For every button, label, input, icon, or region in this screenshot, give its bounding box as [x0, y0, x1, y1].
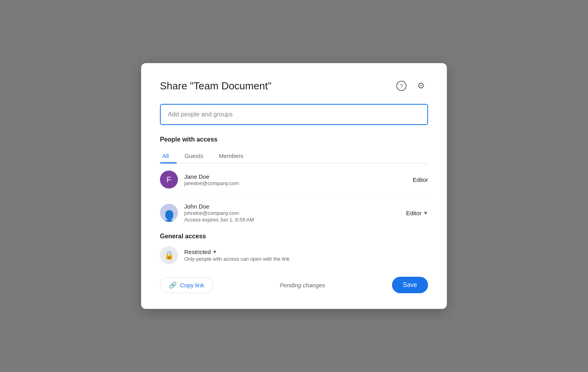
- tab-members[interactable]: Members: [211, 149, 251, 163]
- dialog-title: Share "Team Document": [160, 80, 271, 92]
- avatar: F: [160, 171, 178, 189]
- table-row: 👤 John Doe johndoe@company.com Access ex…: [160, 196, 428, 230]
- search-container: [160, 104, 428, 125]
- access-type-label: Restricted: [184, 249, 211, 255]
- person-info: John Doe johndoe@company.com Access expi…: [184, 203, 400, 223]
- role-label: Editor: [413, 176, 428, 183]
- chevron-down-icon: ▼: [423, 210, 428, 216]
- general-access-info: Restricted ▼ Only people with access can…: [184, 249, 428, 262]
- access-description: Only people with access can open with th…: [184, 256, 428, 262]
- general-access-section: General access 🔒 Restricted ▼ Only peopl…: [160, 233, 428, 264]
- header-icons: ? ⚙: [394, 79, 428, 93]
- access-type-dropdown[interactable]: Restricted ▼: [184, 249, 428, 255]
- general-access-row: 🔒 Restricted ▼ Only people with access c…: [160, 246, 428, 264]
- help-button[interactable]: ?: [394, 79, 408, 93]
- person-info: Jane Doe janedoe@company.com: [184, 173, 407, 186]
- access-tabs: All Guests Members: [160, 149, 428, 163]
- tab-guests[interactable]: Guests: [177, 149, 211, 163]
- tab-all[interactable]: All: [160, 149, 177, 163]
- link-icon: 🔗: [169, 281, 177, 289]
- general-access-label: General access: [160, 233, 428, 240]
- person-email: janedoe@company.com: [184, 180, 407, 186]
- person-role-dropdown[interactable]: Editor ▼: [406, 210, 428, 216]
- person-email: johndoe@company.com: [184, 210, 400, 216]
- person-icon: 👤: [162, 210, 176, 222]
- chevron-down-icon: ▼: [212, 249, 218, 255]
- person-name: John Doe: [184, 203, 400, 210]
- gear-icon: ⚙: [417, 81, 425, 91]
- dialog-header: Share "Team Document" ? ⚙: [160, 79, 428, 93]
- copy-link-label: Copy link: [180, 282, 204, 289]
- people-list: F Jane Doe janedoe@company.com Editor 👤 …: [160, 163, 428, 230]
- dialog-footer: 🔗 Copy link Pending changes Save: [160, 277, 428, 293]
- settings-button[interactable]: ⚙: [414, 79, 428, 93]
- lock-icon-container: 🔒: [160, 246, 178, 264]
- share-dialog: Share "Team Document" ? ⚙ People with ac…: [141, 63, 447, 309]
- person-name: Jane Doe: [184, 173, 407, 180]
- copy-link-button[interactable]: 🔗 Copy link: [160, 277, 213, 293]
- add-people-input[interactable]: [160, 104, 428, 125]
- avatar: 👤: [160, 204, 178, 222]
- pending-changes-label: Pending changes: [280, 282, 325, 289]
- help-icon: ?: [396, 81, 407, 91]
- access-expiry: Access expires Jun 1, 6:59 AM: [184, 217, 400, 223]
- table-row: F Jane Doe janedoe@company.com Editor: [160, 163, 428, 196]
- lock-icon: 🔒: [164, 250, 174, 260]
- person-role: Editor: [413, 176, 428, 183]
- people-section-label: People with access: [160, 136, 428, 143]
- role-label: Editor: [406, 210, 421, 216]
- save-button[interactable]: Save: [392, 277, 428, 293]
- people-with-access-section: People with access All Guests Members F …: [160, 136, 428, 230]
